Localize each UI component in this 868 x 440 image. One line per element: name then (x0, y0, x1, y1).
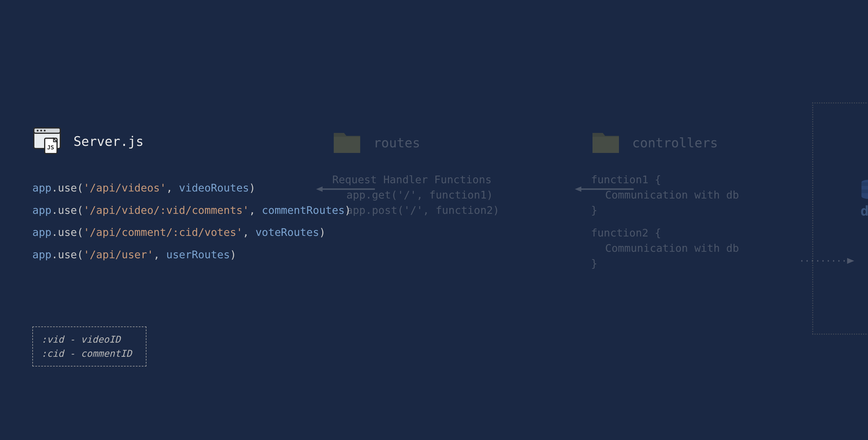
code-line: app.use('/api/comment/:cid/votes', voteR… (32, 224, 351, 241)
legend-line: :vid - videoID (41, 332, 132, 347)
routes-title: routes (373, 135, 420, 150)
code-block: app.use('/api/videos', videoRoutes) app.… (32, 179, 351, 263)
db-box (812, 102, 868, 335)
legend-line: :cid - commentID (41, 347, 132, 360)
routes-section: routes Request Handler Functions app.get… (332, 129, 499, 218)
folder-icon (332, 129, 362, 156)
controllers-title: controllers (632, 135, 718, 150)
controllers-section: controllers function1 { Communication wi… (591, 129, 739, 271)
routes-code: Request Handler Functions app.get('/', f… (332, 172, 499, 218)
svg-marker-10 (575, 186, 581, 192)
svg-point-3 (40, 130, 42, 131)
routes-header: routes (332, 129, 499, 156)
svg-point-2 (37, 130, 38, 131)
code-line: app.use('/api/videos', videoRoutes) (32, 179, 351, 197)
controllers-header: controllers (591, 129, 739, 156)
db-contents: db (861, 179, 868, 219)
db-label: db (861, 203, 868, 219)
svg-point-4 (44, 130, 45, 131)
folder-icon (591, 129, 620, 156)
js-file-icon: JS (32, 126, 62, 156)
database-icon (861, 195, 868, 200)
server-title: Server.js (73, 134, 144, 149)
code-line: app.use('/api/video/:vid/comments', comm… (32, 202, 351, 219)
legend-box: :vid - videoID :cid - commentID (32, 326, 147, 366)
server-header: JS Server.js (32, 126, 351, 156)
server-section: JS Server.js app.use('/api/videos', vide… (32, 126, 351, 268)
svg-text:JS: JS (47, 144, 54, 151)
code-line: app.use('/api/user', userRoutes) (32, 246, 351, 263)
svg-marker-8 (316, 186, 322, 192)
controllers-code: function1 { Communication with db } func… (591, 172, 739, 271)
